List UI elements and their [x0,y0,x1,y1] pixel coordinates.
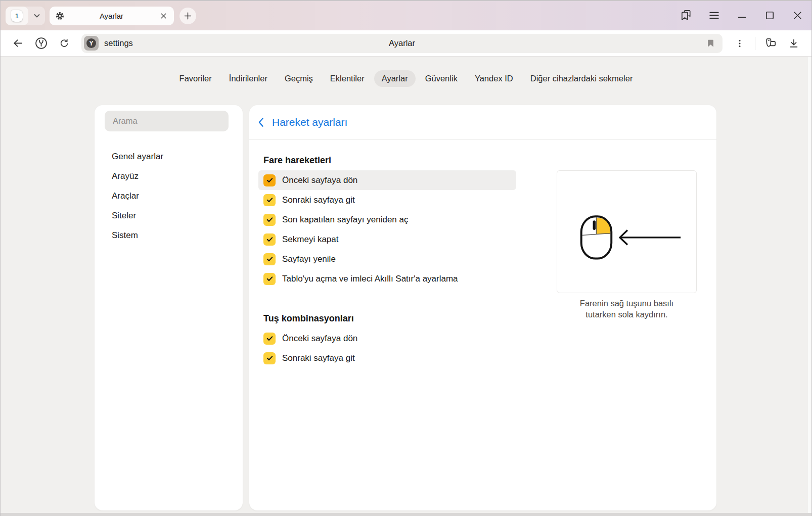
checkbox-checked[interactable] [263,194,276,206]
close-icon [791,9,804,22]
mouse-with-arrow-icon [557,171,696,293]
minimize-button[interactable] [728,1,756,30]
maximize-icon [763,9,776,22]
gesture-label: Önceki sayfaya dön [282,334,357,344]
nav-tab-geçmiş[interactable]: Geçmiş [277,70,321,87]
checkbox-checked[interactable] [263,253,276,265]
nav-tab-eklentiler[interactable]: Eklentiler [323,70,372,87]
plus-icon [184,12,192,20]
bookmark-filled-icon[interactable] [706,38,715,48]
extensions-button[interactable] [760,34,781,53]
chevron-down-icon[interactable] [28,12,45,20]
tab-strip: 1 Ayarlar [1,0,811,30]
address-bar-page-title: Ayarlar [81,38,723,48]
settings-gear-icon [55,11,65,21]
yandex-logo-icon [35,37,48,50]
checkbox-checked[interactable] [263,352,276,364]
page-actions-button[interactable] [730,34,750,53]
checkbox-checked[interactable] [263,333,276,345]
gesture-label: Sekmeyi kapat [282,234,339,245]
gesture-row-son-kapatılan-sayfayı-yeniden-aç[interactable]: Son kapatılan sayfayı yeniden aç [258,210,516,229]
checkmark-icon [266,354,274,362]
tab-count-badge: 1 [11,10,23,22]
window-bottom-edge [1,513,811,516]
tab-close-icon[interactable] [158,11,168,21]
nav-tab-yandex-id[interactable]: Yandex ID [467,70,521,87]
nav-tab-ayarlar[interactable]: Ayarlar [374,70,416,87]
reload-icon [59,38,70,49]
checkmark-icon [266,176,274,184]
yandex-home-button[interactable] [31,34,51,53]
checkbox-checked[interactable] [263,174,276,186]
section-heading-fare-hareketleri: Fare hareketleri [263,155,716,166]
menu-icon [708,9,720,22]
address-bar[interactable]: Y settings Ayarlar [81,34,723,53]
back-button[interactable] [8,34,28,53]
browser-menu-button[interactable] [700,1,728,30]
tab-ayarlar[interactable]: Ayarlar [50,7,174,25]
checkmark-icon [266,255,274,263]
sidebar-item-genel-ayarlar[interactable]: Genel ayarlar [95,147,243,166]
page-title[interactable]: Hareket ayarları [272,116,347,128]
gesture-label: Sonraki sayfaya git [282,195,355,205]
back-arrow-icon [12,37,24,49]
bookmarks-panel-icon [680,9,693,22]
gesture-row-sayfayı-yenile[interactable]: Sayfayı yenile [258,249,516,269]
close-window-button[interactable] [784,1,811,30]
gesture-row-sekmeyi-kapat[interactable]: Sekmeyi kapat [258,229,516,249]
scrollbar-track[interactable] [808,57,811,513]
tab-counter-button[interactable]: 1 [6,7,45,25]
chevron-left-icon [258,117,264,127]
gesture-row-önceki-sayfaya-dön[interactable]: Önceki sayfaya dön [258,329,516,348]
checkmark-icon [266,335,274,342]
sidebar-item-arayüz[interactable]: Arayüz [95,166,243,186]
gesture-label: Son kapatılan sayfayı yeniden aç [282,215,409,225]
gesture-label: Önceki sayfaya dön [282,175,357,185]
reload-button[interactable] [54,34,74,53]
settings-sidebar: Genel ayarlarArayüzAraçlarSitelerSistem [95,105,243,510]
search-input[interactable] [105,111,229,131]
gesture-row-sonraki-sayfaya-git[interactable]: Sonraki sayfaya git [258,190,516,210]
gesture-label: Sayfayı yenile [282,254,336,264]
download-icon [788,37,800,50]
checkmark-icon [266,236,274,243]
window-controls [672,1,811,31]
gesture-row-sonraki-sayfaya-git[interactable]: Sonraki sayfaya git [258,348,516,368]
nav-tab-i-ndirilenler[interactable]: İndirilenler [221,70,275,87]
gesture-settings-card: Hareket ayarları Fare hareketleriÖnceki … [249,105,716,510]
tab-count-segment[interactable]: 1 [6,7,28,25]
sidebar-item-araçlar[interactable]: Araçlar [95,186,243,206]
sidebar-list: Genel ayarlarArayüzAraçlarSitelerSistem [95,147,243,245]
checkmark-icon [266,216,274,223]
back-to-settings-button[interactable] [253,115,268,130]
nav-tab-favoriler[interactable]: Favoriler [172,70,219,87]
checkbox-checked[interactable] [263,214,276,226]
checkbox-checked[interactable] [263,273,276,285]
bookmarks-panel-button[interactable] [672,1,700,30]
nav-tab-güvenlik[interactable]: Güvenlik [418,70,465,87]
sidebar-item-sistem[interactable]: Sistem [95,225,243,245]
checkmark-icon [266,275,274,283]
tab-title: Ayarlar [65,12,158,20]
browser-window: 1 Ayarlar [0,0,812,516]
card-header: Hareket ayarları [249,105,716,140]
new-tab-button[interactable] [179,8,196,24]
gesture-label: Sonraki sayfaya git [282,353,355,363]
tag-cards-icon [764,37,777,50]
kebab-menu-icon [734,38,745,49]
gesture-row-tablo-yu-açma-ve-imleci-akıllı-satır-a-ayarlama[interactable]: Tablo'yu açma ve imleci Akıllı Satır'a a… [258,269,516,289]
settings-nav-tabs: FavorilerİndirilenlerGeçmişEklentilerAya… [1,57,811,87]
maximize-button[interactable] [756,1,784,30]
mouse-gesture-illustration [557,170,697,293]
url-text: settings [104,38,133,48]
gesture-label: Tablo'yu açma ve imleci Akıllı Satır'a a… [282,274,458,284]
toolbar-divider [755,37,755,50]
toolbar: Y settings Ayarlar [1,30,811,57]
gesture-row-önceki-sayfaya-dön[interactable]: Önceki sayfaya dön [258,170,516,190]
checkbox-checked[interactable] [263,233,276,246]
nav-tab-diğer-cihazlardaki-sekmeler[interactable]: Diğer cihazlardaki sekmeler [523,70,641,87]
sidebar-item-siteler[interactable]: Siteler [95,206,243,225]
downloads-button[interactable] [784,34,804,53]
illustration-caption: Farenin sağ tuşunu basılı tutarken sola … [572,298,681,320]
minimize-icon [736,9,748,22]
